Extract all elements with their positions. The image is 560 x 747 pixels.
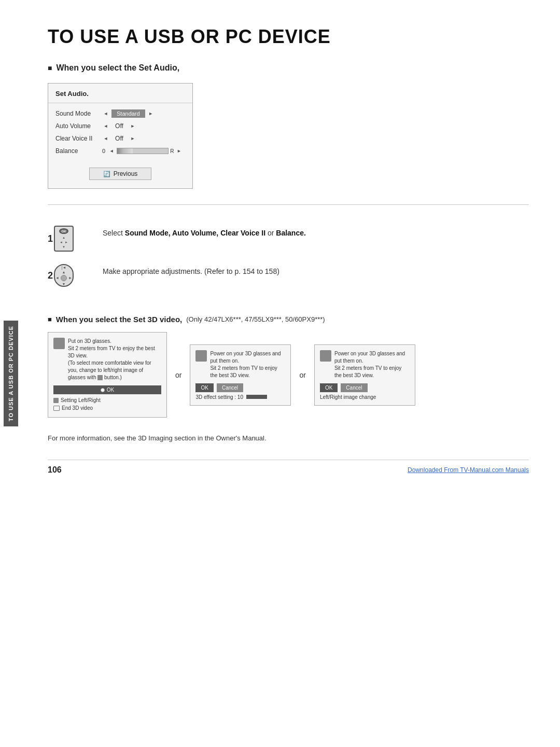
panels-row: Put on 3D glasses. Sit 2 meters from TV …: [48, 332, 529, 418]
ok-label: OK: [62, 230, 66, 233]
end-icon: [53, 406, 60, 411]
section-3d: When you select the Set 3D video, (Only …: [48, 315, 529, 444]
panel-1-end-label: End 3D video: [62, 405, 93, 411]
panel-1-setting-row: Setting Left/Right: [53, 396, 161, 404]
footer-note: For more information, see the 3D Imaging…: [48, 433, 529, 444]
auto-volume-row: Auto Volume ◄ Off ►: [48, 120, 192, 132]
panel-1-ok-row: OK: [53, 385, 161, 394]
panel-3-ok-button[interactable]: OK: [320, 383, 338, 392]
sound-mode-label: Sound Mode: [55, 110, 102, 117]
effect-bar-row: 3D effect setting : 10: [195, 394, 285, 400]
panel-2-cancel-button[interactable]: Cancel: [217, 383, 243, 392]
step-2-text: Make appropriate adjustments. (Refer to …: [103, 264, 279, 277]
step-1-text: Select Sound Mode, Auto Volume, Clear Vo…: [103, 226, 306, 239]
auto-volume-label: Auto Volume: [55, 122, 102, 130]
auto-volume-right-arrow[interactable]: ►: [129, 122, 136, 130]
clear-voice-right-arrow[interactable]: ►: [129, 135, 136, 142]
glasses-icon-2: [195, 350, 207, 362]
set-audio-box: Set Audio. Sound Mode ◄ Standard ► Auto …: [48, 83, 193, 189]
main-content: TO USE A USB OR PC DEVICE When you selec…: [22, 0, 560, 747]
section-3d-bold: When you select the Set 3D video,: [56, 315, 182, 324]
balance-row: Balance 0 ◄ R ►: [48, 145, 192, 157]
balance-inner: [117, 148, 132, 154]
panel-1-end-row: End 3D video: [53, 404, 161, 412]
step-1-bold2: Balance.: [276, 229, 306, 237]
nav-arrows: ▲ ◄ ► ▼: [55, 270, 72, 286]
sound-mode-left-arrow[interactable]: ◄: [102, 110, 109, 117]
previous-label: Previous: [114, 170, 138, 177]
ok-button-icon: OK: [59, 228, 68, 234]
page-number: 106: [48, 465, 62, 475]
previous-button[interactable]: 🔄 Previous: [89, 168, 151, 180]
ok-dot-icon: [101, 388, 105, 392]
panel-1-setting-label: Setting Left/Right: [61, 397, 101, 403]
step-1-bold: Sound Mode, Auto Volume, Clear Voice II: [125, 229, 265, 237]
step-2-row: 2 |◄ ▲ ◄ ► ▼: [48, 264, 529, 287]
panel-3-buttons: OK Cancel: [320, 383, 410, 392]
balance-lr-label: R: [170, 148, 174, 154]
panel-1: Put on 3D glasses. Sit 2 meters from TV …: [48, 332, 167, 418]
sound-mode-control: ◄ Standard ►: [102, 109, 185, 118]
set-audio-heading: When you select the Set Audio,: [48, 63, 529, 73]
footer-link[interactable]: Downloaded From TV-Manual.com Manuals: [408, 466, 529, 474]
nav-left-icon: |◄: [62, 266, 66, 269]
step-1-number: 1: [48, 234, 53, 243]
section-divider: [48, 204, 529, 205]
balance-control: 0 ◄ R ►: [102, 147, 185, 155]
side-tab-text: TO USE A USB OR PC DEVICE: [8, 326, 14, 421]
panel-3-header: Power on your 3D glasses and put them on…: [320, 350, 410, 379]
balance-right-arrow[interactable]: ►: [175, 147, 183, 155]
set-audio-title: Set Audio.: [48, 90, 192, 103]
auto-volume-control: ◄ Off ►: [102, 122, 185, 130]
or-text-2: or: [299, 371, 305, 379]
sound-mode-row: Sound Mode ◄ Standard ►: [48, 107, 192, 120]
clear-voice-left-arrow[interactable]: ◄: [102, 135, 109, 142]
panel-3-setting-label: Left/Right image change: [320, 394, 376, 400]
or-text-1: or: [175, 371, 181, 379]
glasses-icon-3: [320, 350, 331, 362]
section-3d-normal: (Only 42/47LX6***, 47/55LX9***, 50/60PX9…: [186, 315, 325, 323]
balance-left-arrow[interactable]: ◄: [108, 147, 115, 155]
steps-section: 1 OK ▲ ◄ ► ▼: [48, 215, 529, 310]
glasses-icon-1: [53, 338, 65, 349]
sound-mode-value: Standard: [111, 109, 145, 118]
panel-3-cancel-button[interactable]: Cancel: [341, 383, 367, 392]
step-1-row: 1 OK ▲ ◄ ► ▼: [48, 226, 529, 252]
panel-3-header-text: Power on your 3D glasses and put them on…: [334, 350, 410, 379]
balance-number: 0: [102, 148, 105, 154]
panel-2-header: Power on your 3D glasses and put them on…: [195, 350, 285, 379]
effect-label: 3D effect setting : 10: [195, 394, 243, 400]
auto-volume-left-arrow[interactable]: ◄: [102, 122, 109, 130]
panel-1-ok-label: OK: [107, 387, 114, 393]
clear-voice-row: Clear Voice II ◄ Off ►: [48, 132, 192, 145]
step-1-icons: 1 OK ▲ ◄ ► ▼: [48, 226, 94, 252]
effect-bar: [246, 395, 267, 399]
step-2-number: 2: [48, 271, 53, 280]
nav-remote-icon: |◄ ▲ ◄ ► ▼: [54, 264, 74, 287]
clear-voice-value: Off: [111, 135, 127, 142]
remote-ok-icon: OK ▲ ◄ ► ▼: [54, 226, 74, 252]
balance-label: Balance: [55, 147, 102, 155]
clear-voice-control: ◄ Off ►: [102, 135, 185, 142]
clear-voice-label: Clear Voice II: [55, 135, 102, 142]
panel-1-header-text: Put on 3D glasses. Sit 2 meters from TV …: [68, 338, 161, 381]
panel-3-setting-row: Left/Right image change: [320, 394, 410, 400]
page-footer: 106 Downloaded From TV-Manual.com Manual…: [48, 460, 529, 475]
side-tab-bar: TO USE A USB OR PC DEVICE: [4, 321, 18, 426]
panel-2-buttons: OK Cancel: [195, 383, 285, 392]
panel-3: Power on your 3D glasses and put them on…: [314, 344, 415, 406]
side-tab: TO USE A USB OR PC DEVICE: [0, 0, 22, 747]
auto-volume-value: Off: [111, 122, 127, 130]
section-3d-heading: When you select the Set 3D video, (Only …: [48, 315, 529, 324]
page-title: TO USE A USB OR PC DEVICE: [48, 26, 529, 48]
panel-2-header-text: Power on your 3D glasses and put them on…: [210, 350, 285, 379]
panel-2-ok-button[interactable]: OK: [195, 383, 213, 392]
sound-mode-right-arrow[interactable]: ►: [147, 110, 155, 117]
panel-1-ok-button[interactable]: OK: [53, 385, 161, 394]
panel-1-header: Put on 3D glasses. Sit 2 meters from TV …: [53, 338, 161, 381]
setting-icon: [53, 398, 59, 403]
previous-icon: 🔄: [103, 171, 110, 177]
balance-bar: [117, 148, 169, 154]
step-2-icons: 2 |◄ ▲ ◄ ► ▼: [48, 264, 94, 287]
panel-2: Power on your 3D glasses and put them on…: [190, 344, 291, 406]
